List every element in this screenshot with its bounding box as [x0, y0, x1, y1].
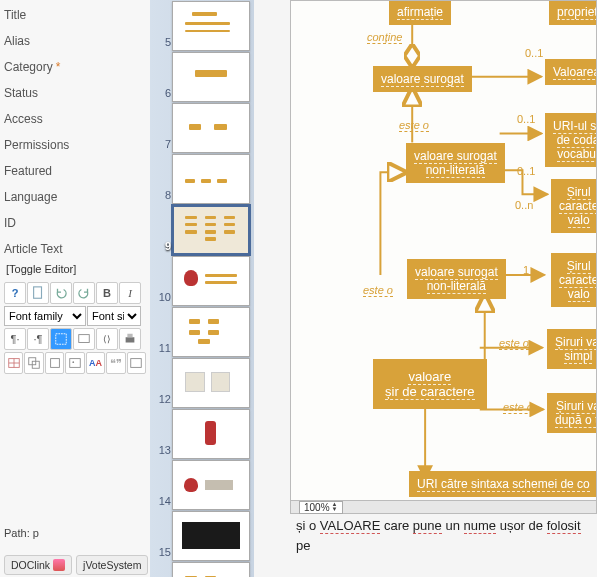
node-surogat-nonlit-1: valoare surogatnon-literală — [406, 143, 505, 183]
svg-rect-1 — [56, 334, 67, 345]
slide-thumb-7[interactable]: 7 — [172, 103, 250, 153]
label-este-o-4: este o — [503, 401, 533, 413]
article-edit-form: Title Alias Category* Status Access Perm… — [0, 0, 150, 577]
card-0-1-b: 0..1 — [517, 113, 535, 125]
quote-icon[interactable]: ❝❞ — [106, 352, 125, 374]
undo-icon[interactable] — [50, 282, 72, 304]
svg-rect-13 — [131, 359, 142, 368]
rtl-icon[interactable]: ·¶ — [27, 328, 49, 350]
table-icon[interactable] — [4, 352, 23, 374]
field-permissions: Permissions — [4, 132, 146, 158]
toggle-editor-link[interactable]: [Toggle Editor] — [4, 259, 78, 279]
field-access: Access — [4, 106, 146, 132]
node-valoare-sir: valoareșir de caractere — [373, 359, 487, 409]
zoom-value: 100% — [304, 502, 330, 513]
card-0-n: 0..n — [515, 199, 533, 211]
field-alias: Alias — [4, 28, 146, 54]
bold-button[interactable]: B — [96, 282, 118, 304]
node-sirul-2: Șirulcaractevalo — [551, 253, 597, 307]
slide-thumb-11[interactable]: 11 — [172, 307, 250, 357]
slide-thumbnail-panel: 5 6 7 8 9 10 11 12 13 14 15 16 — [150, 0, 254, 577]
italic-button[interactable]: I — [119, 282, 141, 304]
slide-thumb-8[interactable]: 8 — [172, 154, 250, 204]
insert-icon[interactable] — [45, 352, 64, 374]
print-icon[interactable] — [119, 328, 141, 350]
svg-rect-11 — [70, 359, 81, 368]
slide-thumb-16[interactable]: 16 — [172, 562, 250, 577]
svg-rect-0 — [34, 287, 42, 298]
field-language: Language — [4, 184, 146, 210]
source-icon[interactable]: ⟨⟩ — [96, 328, 118, 350]
node-uri-sintaxa: URI către sintaxa schemei de co — [409, 471, 597, 497]
fullscreen-icon[interactable] — [50, 328, 72, 350]
node-siruri-simpl: Șiruri valsimpl — [547, 329, 597, 369]
zoom-bar: 100% ▲▼ — [290, 500, 597, 514]
svg-point-12 — [72, 361, 74, 363]
jvote-button[interactable]: jVoteSystem — [76, 555, 148, 575]
styles-icon[interactable]: AA — [86, 352, 105, 374]
slide-thumb-13[interactable]: 13 — [172, 409, 250, 459]
stepper-icon[interactable]: ▲▼ — [332, 502, 338, 512]
slide-thumb-12[interactable]: 12 — [172, 358, 250, 408]
card-0-1-c: 0..1 — [517, 165, 535, 177]
field-title: Title — [4, 2, 146, 28]
slide-thumb-9[interactable]: 9 — [172, 205, 250, 255]
slide-thumb-6[interactable]: 6 — [172, 52, 250, 102]
node-uri-coda: URI-ul sede codavocabul — [545, 113, 597, 167]
editor-path: Path: p — [4, 527, 39, 539]
field-featured: Featured — [4, 158, 146, 184]
node-propriet: propriet — [549, 0, 597, 25]
node-sirul-1: Șirulcaractevalo — [551, 179, 597, 233]
node-valoarea: Valoarea — [545, 59, 597, 85]
slide-thumb-14[interactable]: 14 — [172, 460, 250, 510]
newdoc-icon[interactable] — [27, 282, 49, 304]
card-1: 1 — [523, 264, 529, 276]
doclink-icon — [53, 559, 65, 571]
font-family-select[interactable]: Font family — [4, 306, 86, 326]
uml-diagram: afirmație propriet conține valoare surog… — [291, 1, 596, 507]
label-contine: conține — [367, 31, 402, 43]
field-category: Category* — [4, 54, 146, 80]
code-icon[interactable] — [127, 352, 146, 374]
slide-thumb-15[interactable]: 15 — [172, 511, 250, 561]
slide-thumb-10[interactable]: 10 — [172, 256, 250, 306]
slide-preview[interactable]: afirmație propriet conține valoare surog… — [290, 0, 597, 508]
help-icon[interactable]: ? — [4, 282, 26, 304]
svg-rect-4 — [127, 334, 132, 338]
ltr-icon[interactable]: ¶· — [4, 328, 26, 350]
preview-icon[interactable] — [73, 328, 95, 350]
zoom-stepper[interactable]: 100% ▲▼ — [299, 501, 343, 514]
label-este-o-3: este o — [499, 337, 529, 349]
document-body-text[interactable]: și o VALOARE care pune un nume ușor de f… — [296, 516, 597, 577]
node-siruri-tip: Șiruri vadupă o ti — [547, 393, 597, 433]
slide-thumb-5[interactable]: 5 — [172, 1, 250, 51]
svg-rect-3 — [126, 337, 135, 342]
label-este-o-2: este o — [363, 284, 393, 296]
svg-rect-10 — [50, 359, 59, 368]
doclink-button[interactable]: DOClink — [4, 555, 72, 575]
node-surogat-nonlit-2: valoare surogatnon-literală — [407, 259, 506, 299]
field-id: ID — [4, 210, 146, 236]
label-este-o-1: este o — [399, 119, 429, 131]
layer-icon[interactable] — [24, 352, 43, 374]
redo-icon[interactable] — [73, 282, 95, 304]
card-0-1-a: 0..1 — [525, 47, 543, 59]
field-status: Status — [4, 80, 146, 106]
node-afirmatie: afirmație — [389, 0, 451, 25]
svg-rect-2 — [79, 335, 90, 343]
node-valoare-surogat: valoare surogat — [373, 66, 472, 92]
image-icon[interactable] — [65, 352, 84, 374]
editor-toolbar: ? B I Font family Font size ¶· ·¶ ⟨⟩ AA … — [4, 282, 146, 374]
font-size-select[interactable]: Font size — [87, 306, 141, 326]
